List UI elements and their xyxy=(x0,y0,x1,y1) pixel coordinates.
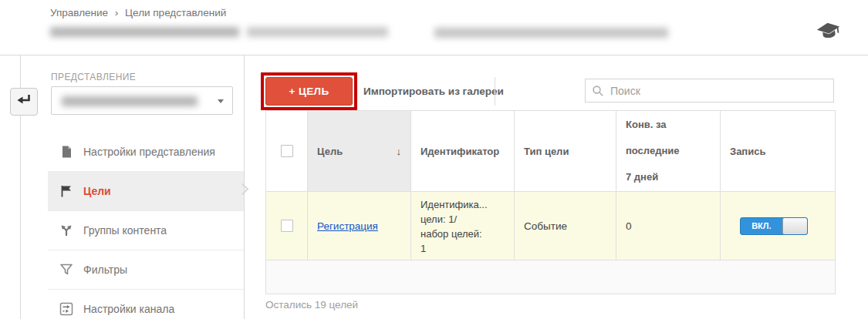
row-select-cell xyxy=(266,192,307,260)
goals-remaining-text: Остались 19 целей xyxy=(265,299,358,311)
sidebar-item-label: Цели xyxy=(83,185,111,197)
goal-link[interactable]: Регистрация xyxy=(317,220,378,232)
table-row: Регистрация Идентифика... цели: 1/ набор… xyxy=(266,191,835,260)
toggle-on-label: ВКЛ. xyxy=(741,218,782,234)
redacted-account-name xyxy=(50,27,239,37)
redacted-property-name xyxy=(247,27,388,37)
sidebar-item-label: Настройки канала xyxy=(83,303,174,315)
search-input[interactable] xyxy=(604,79,833,102)
add-goal-button[interactable]: + ЦЕЛЬ xyxy=(265,77,353,106)
redacted-view-name xyxy=(434,28,668,38)
recording-toggle[interactable]: ВКЛ. xyxy=(740,217,808,235)
column-header-goal[interactable]: Цель ↓ xyxy=(307,111,410,191)
channel-settings-icon xyxy=(59,302,73,316)
view-selector-dropdown[interactable] xyxy=(51,86,233,115)
table-header-row: Цель ↓ Идентификатор Тип цели Конв. за п… xyxy=(266,111,835,191)
sidebar-item-label: Группы контента xyxy=(83,224,167,237)
search-box xyxy=(585,79,834,102)
sort-desc-icon: ↓ xyxy=(397,146,402,157)
toolbar-divider xyxy=(495,77,495,106)
goal-identifier-cell: Идентифика... цели: 1/ набор целей: 1 xyxy=(410,192,514,260)
goals-table: Цель ↓ Идентификатор Тип цели Конв. за п… xyxy=(265,110,836,294)
breadcrumb-current-page: Цели представлений xyxy=(125,7,226,18)
breadcrumb-separator: › xyxy=(115,7,119,18)
table-footer-strip xyxy=(266,260,835,294)
sidebar-item-label: Настройки представления xyxy=(83,146,215,158)
breadcrumb-admin-link[interactable]: Управление xyxy=(50,7,108,18)
redacted-view-selector-value xyxy=(62,96,198,106)
goal-name-cell: Регистрация xyxy=(307,192,410,260)
sidebar-item-channel-settings[interactable]: Настройки канала xyxy=(48,289,244,319)
graduation-cap-icon[interactable] xyxy=(815,19,842,42)
flag-icon xyxy=(59,184,73,198)
goal-type-cell: Событие xyxy=(514,192,616,260)
back-arrow-icon xyxy=(15,94,32,109)
view-section-label: ПРЕДСТАВЛЕНИЕ xyxy=(51,72,136,82)
chevron-right-icon xyxy=(237,183,249,196)
content-grouping-icon xyxy=(59,223,73,237)
chevron-down-icon xyxy=(218,99,224,103)
recording-cell: ВКЛ. xyxy=(720,192,835,260)
row-checkbox[interactable] xyxy=(281,220,293,232)
sidebar-item-goals[interactable]: Цели xyxy=(48,171,244,210)
collapse-panel-button[interactable] xyxy=(10,88,38,116)
column-header-conversions: Конв. за последние 7 дней xyxy=(616,111,720,191)
sidebar-item-view-settings[interactable]: Настройки представления xyxy=(48,132,244,171)
import-from-gallery-button[interactable]: Импортировать из галереи xyxy=(363,77,504,106)
conversions-cell: 0 xyxy=(616,192,720,260)
breadcrumb: Управление › Цели представлений xyxy=(50,7,230,18)
column-header-recording: Запись xyxy=(720,111,835,191)
toggle-knob[interactable] xyxy=(782,218,807,234)
select-all-cell xyxy=(266,111,307,191)
sidebar-item-content-grouping[interactable]: Группы контента xyxy=(48,210,244,250)
sidebar-menu: Настройки представления Цели xyxy=(48,132,244,319)
search-icon xyxy=(592,85,604,97)
filter-icon xyxy=(59,263,73,277)
document-icon xyxy=(59,145,73,159)
sidebar-item-filters[interactable]: Фильтры xyxy=(48,250,244,289)
column-header-goal-type: Тип цели xyxy=(514,111,616,191)
select-all-checkbox[interactable] xyxy=(281,145,293,157)
header-divider xyxy=(0,55,868,55)
goals-admin-page: Управление › Цели представлений ПРЕДСТАВ… xyxy=(0,0,868,319)
column-header-identifier: Идентификатор xyxy=(410,111,514,191)
sidebar-item-label: Фильтры xyxy=(83,264,127,276)
